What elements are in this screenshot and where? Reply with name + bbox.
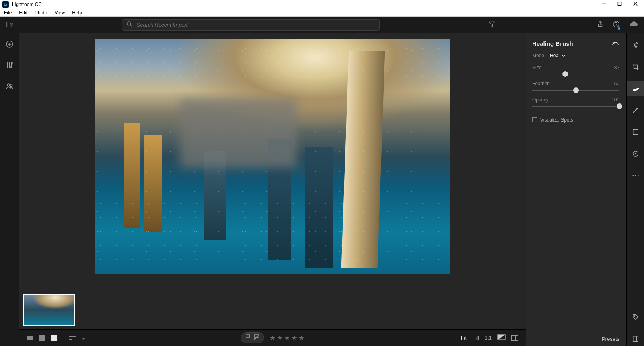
search-icon [126,21,133,29]
mode-value: Heal [550,53,560,58]
window-close-icon[interactable] [633,2,638,7]
search-field[interactable] [122,19,380,31]
opacity-slider[interactable]: Opacity 100 [532,97,619,107]
sort-chevron-icon[interactable] [81,335,85,341]
visualize-spots-label: Visualize Spots [540,117,573,123]
healing-brush-panel: Healing Brush Mode Heal Size 82 [526,33,626,346]
menu-bar: File Edit Photo View Help [0,9,644,17]
filter-icon[interactable] [489,21,495,29]
bottom-toolbar: ★ ★ ★ ★ ★ Fit Fill 1:1 [19,329,526,346]
people-icon[interactable] [6,82,14,92]
svg-point-15 [7,84,10,86]
svg-marker-6 [489,22,495,26]
panel-title: Healing Brush [532,40,573,47]
svg-rect-35 [633,336,638,342]
opacity-slider-thumb[interactable] [617,103,622,109]
visualize-spots-row[interactable]: Visualize Spots [532,117,619,123]
menu-file[interactable]: File [4,10,12,16]
photo-preview[interactable] [95,39,450,274]
search-input[interactable] [137,22,375,28]
zoom-1to1[interactable]: 1:1 [485,335,492,341]
menu-edit[interactable]: Edit [19,10,27,16]
visualize-spots-checkbox[interactable] [532,117,537,122]
presets-button[interactable]: Presets [532,332,619,342]
svg-point-23 [636,43,637,44]
grid-view-small-icon[interactable] [27,336,33,340]
svg-point-16 [10,84,12,86]
zoom-fill[interactable]: Fill [472,335,479,341]
feather-value: 50 [614,81,619,86]
menu-help[interactable]: Help [72,10,82,16]
brush-tool-icon[interactable] [627,103,644,117]
svg-point-8 [616,25,616,26]
library-icon[interactable] [6,61,14,71]
sort-icon[interactable] [69,336,76,340]
rating-stars[interactable]: ★ ★ ★ ★ ★ [270,334,304,342]
cloud-sync-icon[interactable] [629,21,638,29]
more-menu-icon[interactable] [627,168,644,183]
opacity-value: 100 [611,97,619,103]
window-title: Lightroom CC [12,2,42,7]
center-area: ★ ★ ★ ★ ★ Fit Fill 1:1 [19,33,526,346]
healing-blur-region [180,99,297,167]
menu-view[interactable]: View [54,10,65,16]
star-1-icon[interactable]: ★ [270,334,275,342]
opacity-label: Opacity [532,97,549,103]
filmstrip-thumbnail[interactable] [23,294,75,326]
app-logo-text: Lr [6,20,12,29]
svg-point-31 [632,175,634,176]
radial-gradient-icon[interactable] [627,146,644,161]
flag-group [241,332,264,343]
feather-label: Feather [532,81,549,86]
flag-pick-icon[interactable] [245,334,251,342]
crop-tool-icon[interactable] [627,60,644,74]
size-slider-thumb[interactable] [562,71,568,77]
healing-brush-icon[interactable] [627,81,644,96]
compare-view-icon[interactable] [511,335,518,341]
linear-gradient-icon[interactable] [627,125,644,139]
feather-slider[interactable]: Feather 50 [532,81,619,91]
svg-line-5 [130,25,132,27]
svg-rect-13 [9,62,10,68]
mode-dropdown[interactable]: Heal [550,53,566,58]
star-4-icon[interactable]: ★ [291,334,297,342]
svg-point-24 [634,44,635,46]
svg-rect-27 [635,87,639,91]
size-label: Size [532,65,541,70]
svg-rect-1 [618,2,621,5]
flag-reject-icon[interactable] [254,334,260,342]
size-value: 82 [614,65,619,70]
right-tool-rail [626,33,644,346]
photo-canvas[interactable] [19,33,526,290]
help-icon[interactable] [613,21,620,29]
svg-rect-12 [7,62,8,68]
tag-icon[interactable] [627,310,644,324]
svg-rect-14 [10,62,13,68]
svg-point-34 [634,315,635,317]
share-icon[interactable] [597,21,604,29]
adjust-sliders-icon[interactable] [627,38,644,52]
window-title-bar: Lr Lightroom CC [0,0,644,9]
star-5-icon[interactable]: ★ [299,334,304,342]
zoom-fit[interactable]: Fit [461,335,466,341]
star-3-icon[interactable]: ★ [284,334,290,342]
before-after-icon[interactable] [497,334,506,341]
svg-rect-26 [633,89,636,91]
menu-photo[interactable]: Photo [35,10,47,16]
feather-slider-thumb[interactable] [573,87,579,93]
app-logo-icon: Lr [2,1,9,8]
filmstrip [19,290,526,329]
window-maximize-icon[interactable] [617,2,622,7]
chevron-down-icon [561,54,566,57]
app-top-bar: Lr [0,17,644,33]
info-panel-icon[interactable] [627,332,644,346]
window-minimize-icon[interactable] [602,2,606,7]
size-slider[interactable]: Size 82 [532,65,619,74]
svg-rect-28 [633,130,638,135]
star-2-icon[interactable]: ★ [277,334,283,342]
grid-view-large-icon[interactable] [39,335,45,341]
single-view-icon[interactable] [51,335,57,341]
add-photo-icon[interactable] [6,40,14,50]
reset-icon[interactable] [611,40,619,47]
svg-point-33 [638,175,639,176]
